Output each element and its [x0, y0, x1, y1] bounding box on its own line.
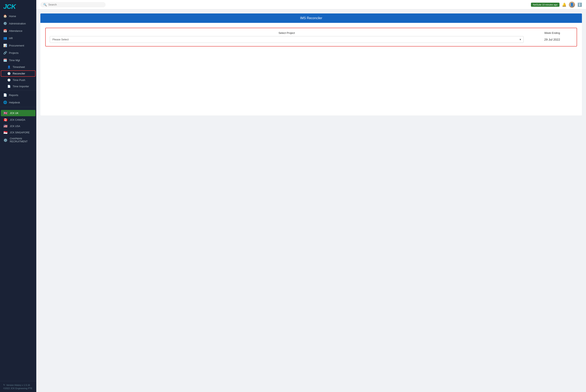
- sidebar-item-helpdesk-label: Helpdesk: [9, 101, 20, 104]
- flag-canada-icon: 🇨🇦: [3, 118, 8, 121]
- copyright: ©2022 JCK Engineering PTE: [3, 387, 33, 390]
- sidebar-item-home[interactable]: 🏠 Home: [0, 12, 36, 20]
- sidebar-item-time-mgt-label: Time Mgt: [9, 59, 20, 62]
- hr-icon: 👥: [3, 36, 7, 40]
- sidebar: JCK 🏠 Home ⚙️ Administration 📅 Attendanc…: [0, 0, 36, 392]
- sidebar-item-reconciler[interactable]: 🕐 Reconciler: [1, 70, 35, 77]
- week-ending-value: 29 Jul 2022: [532, 36, 573, 43]
- version-history[interactable]: ↻ Version History v 1.5.16: [3, 384, 33, 386]
- reports-icon: 📄: [3, 93, 7, 97]
- select-project-dropdown[interactable]: Please Select: [50, 36, 524, 43]
- search-input[interactable]: [48, 3, 103, 6]
- projects-icon: 🔗: [3, 51, 7, 55]
- search-bar[interactable]: 🔍: [40, 2, 106, 7]
- sidebar-item-reconciler-label: Reconciler: [13, 72, 25, 75]
- select-project-label: Select Project: [50, 32, 524, 34]
- administration-icon: ⚙️: [3, 22, 7, 25]
- sidebar-item-administration[interactable]: ⚙️ Administration: [0, 20, 36, 27]
- reconciler-icon: 🕐: [7, 72, 10, 75]
- sidebar-item-projects-label: Projects: [9, 52, 18, 54]
- sidebar-item-time-importer[interactable]: 📄 Time Importer: [0, 83, 36, 90]
- bell-icon[interactable]: 🔔: [562, 2, 567, 7]
- logo-text: JCK: [3, 3, 16, 10]
- page-content: IMS Reconciler Select Project Please Sel…: [36, 10, 586, 392]
- sidebar-item-procurement-label: Procurement: [9, 44, 24, 47]
- sidebar-item-time-importer-label: Time Importer: [13, 85, 29, 88]
- sidebar-item-attendance-label: Attendance: [9, 29, 22, 32]
- header-right: NetSuite 10 minutes ago 🔔 👤 ℹ️: [531, 2, 582, 8]
- info-icon[interactable]: ℹ️: [578, 2, 582, 7]
- company-jck-usa[interactable]: 🇺🇸 JCK USA: [0, 123, 36, 129]
- timesheet-icon: 👤: [7, 66, 10, 68]
- sidebar-item-timesheet[interactable]: 👤 Timesheet: [0, 64, 36, 70]
- main-area: 🔍 NetSuite 10 minutes ago 🔔 👤 ℹ️ IMS Rec…: [36, 0, 586, 392]
- procurement-icon: 📊: [3, 44, 7, 47]
- flag-chapman-icon: ⚙️: [3, 139, 8, 142]
- sidebar-item-home-label: Home: [9, 15, 16, 18]
- sidebar-item-time-push-label: Time Push: [13, 78, 25, 82]
- company-chapman[interactable]: ⚙️ CHAPMAN RECRUITMENT: [0, 136, 36, 144]
- sidebar-item-hr[interactable]: 👥 HR: [0, 34, 36, 42]
- sidebar-item-time-mgt[interactable]: 🗓️ Time Mgt: [0, 56, 36, 64]
- logo: JCK: [0, 0, 36, 12]
- filter-box: Select Project Please Select ▼ Week Endi…: [45, 28, 577, 46]
- company-section: 🇬🇧 JCK UK 🇨🇦 JCK CANADA 🇺🇸 JCK USA 🇸🇬 JC…: [0, 110, 36, 144]
- ims-reconciler-container: IMS Reconciler Select Project Please Sel…: [40, 14, 582, 116]
- time-mgt-icon: 🗓️: [3, 58, 7, 62]
- select-project-group: Select Project Please Select ▼: [50, 32, 524, 43]
- week-ending-label: Week Ending: [532, 32, 573, 34]
- company-jck-singapore[interactable]: 🇸🇬 JCK SINGAPORE: [0, 129, 36, 136]
- sidebar-item-administration-label: Administration: [9, 22, 26, 25]
- company-divider: [0, 107, 36, 107]
- sidebar-bottom: ↻ Version History v 1.5.16 ©2022 JCK Eng…: [0, 381, 36, 392]
- sidebar-item-hr-label: HR: [9, 37, 13, 40]
- flag-uk-icon: 🇬🇧: [3, 112, 8, 114]
- avatar[interactable]: 👤: [569, 2, 575, 8]
- company-jck-usa-label: JCK USA: [10, 125, 20, 128]
- sidebar-item-helpdesk[interactable]: 🌐 Helpdesk: [0, 99, 36, 106]
- sidebar-item-procurement[interactable]: 📊 Procurement: [0, 42, 36, 49]
- avatar-image: 👤: [569, 2, 575, 8]
- company-jck-uk[interactable]: 🇬🇧 JCK UK: [1, 110, 35, 116]
- flag-usa-icon: 🇺🇸: [3, 124, 8, 128]
- sidebar-item-attendance[interactable]: 📅 Attendance: [0, 27, 36, 34]
- time-push-icon: 🕐: [7, 78, 10, 82]
- attendance-icon: 📅: [3, 29, 7, 33]
- version-label: Version History v 1.5.16: [6, 384, 30, 386]
- netsuite-badge: NetSuite 10 minutes ago: [531, 3, 560, 7]
- helpdesk-icon: 🌐: [3, 100, 7, 104]
- company-jck-canada[interactable]: 🇨🇦 JCK CANADA: [0, 117, 36, 123]
- select-project-wrapper: Please Select ▼: [50, 36, 524, 43]
- nav-divider: [0, 90, 36, 90]
- sidebar-item-reports-label: Reports: [9, 94, 18, 97]
- sidebar-item-timesheet-label: Timesheet: [13, 66, 25, 68]
- page-body: Select Project Please Select ▼ Week Endi…: [40, 23, 582, 52]
- company-jck-uk-label: JCK UK: [10, 112, 18, 114]
- search-icon: 🔍: [43, 3, 47, 6]
- header: 🔍 NetSuite 10 minutes ago 🔔 👤 ℹ️: [36, 0, 586, 10]
- company-chapman-label: CHAPMAN RECRUITMENT: [10, 137, 33, 143]
- company-jck-canada-label: JCK CANADA: [10, 118, 25, 121]
- page-title: IMS Reconciler: [40, 14, 582, 23]
- sidebar-item-projects[interactable]: 🔗 Projects: [0, 49, 36, 56]
- sidebar-item-reports[interactable]: 📄 Reports: [0, 91, 36, 99]
- time-importer-icon: 📄: [7, 85, 10, 88]
- flag-singapore-icon: 🇸🇬: [3, 131, 8, 134]
- sidebar-item-time-push[interactable]: 🕐 Time Push: [0, 77, 36, 83]
- week-ending-group: Week Ending 29 Jul 2022: [532, 32, 573, 43]
- home-icon: 🏠: [3, 14, 7, 18]
- company-jck-singapore-label: JCK SINGAPORE: [10, 131, 29, 134]
